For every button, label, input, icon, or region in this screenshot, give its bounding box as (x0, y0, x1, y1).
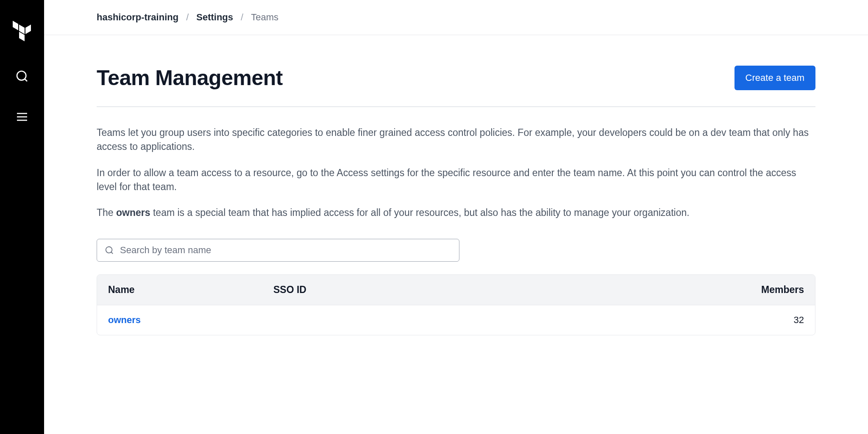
breadcrumb-org[interactable]: hashicorp-training (97, 12, 178, 23)
sidebar (0, 0, 44, 434)
page-header: Team Management Create a team (97, 66, 815, 90)
team-link[interactable]: owners (108, 315, 141, 325)
search-icon (105, 246, 114, 255)
teams-table: Name SSO ID Members owners 32 (97, 274, 815, 335)
svg-line-6 (111, 252, 113, 254)
breadcrumb-separator: / (241, 12, 243, 23)
svg-point-5 (106, 246, 112, 253)
description-paragraph-3: The owners team is a special team that h… (97, 206, 815, 220)
table-row: owners 32 (97, 305, 815, 335)
breadcrumb-current: Teams (251, 12, 278, 23)
description-paragraph-1: Teams let you group users into specific … (97, 126, 815, 154)
terraform-icon (12, 20, 32, 43)
create-team-button[interactable]: Create a team (734, 66, 815, 90)
search-input[interactable] (120, 245, 451, 256)
breadcrumb-separator: / (186, 12, 189, 23)
search-container (97, 239, 815, 262)
menu-icon[interactable] (14, 109, 30, 124)
desc-text: team is a special team that has implied … (150, 207, 690, 218)
team-members-count: 32 (745, 315, 804, 326)
desc-owners-strong: owners (116, 207, 150, 218)
header-sso: SSO ID (273, 284, 745, 296)
header-members: Members (745, 284, 804, 296)
svg-point-0 (17, 71, 26, 80)
breadcrumb: hashicorp-training / Settings / Teams (44, 0, 868, 35)
svg-line-1 (25, 79, 27, 81)
breadcrumb-settings[interactable]: Settings (196, 12, 233, 23)
page-title: Team Management (97, 66, 283, 90)
main-content: hashicorp-training / Settings / Teams Te… (44, 0, 868, 434)
terraform-logo[interactable] (12, 20, 32, 43)
search-box[interactable] (97, 239, 459, 262)
header-name: Name (108, 284, 273, 296)
description-paragraph-2: In order to allow a team access to a res… (97, 166, 815, 194)
desc-text: The (97, 207, 116, 218)
table-header: Name SSO ID Members (97, 275, 815, 305)
search-icon[interactable] (14, 69, 30, 84)
content-area: Team Management Create a team Teams let … (44, 35, 868, 335)
divider (97, 106, 815, 107)
